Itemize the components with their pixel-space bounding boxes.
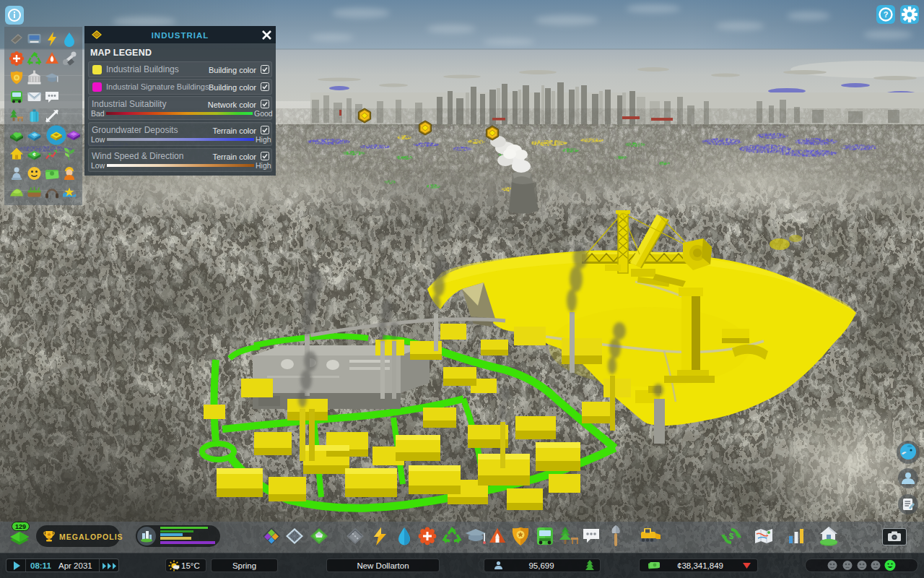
svg-text:$: $ [729,532,733,540]
svg-text:¢: ¢ [32,151,36,158]
svg-text:?: ? [884,10,889,19]
